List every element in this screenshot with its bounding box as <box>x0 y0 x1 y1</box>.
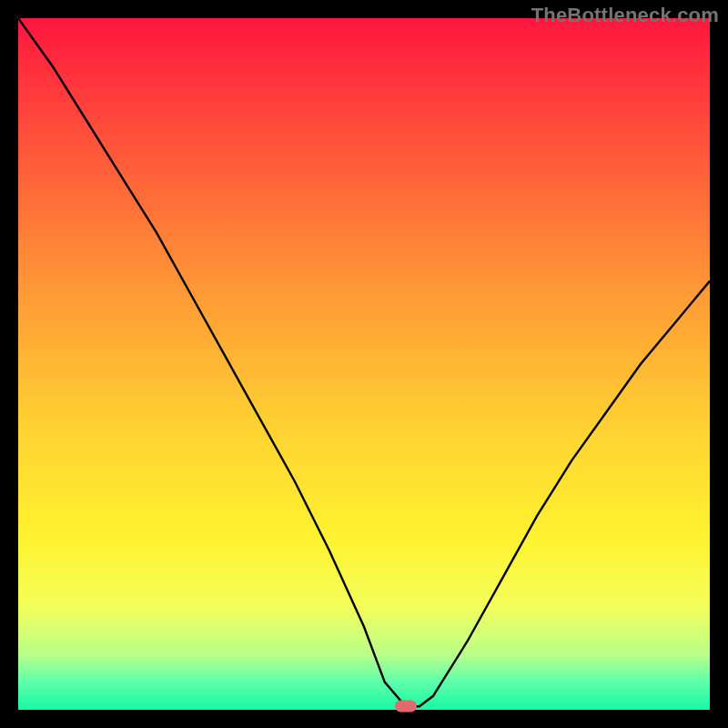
optimum-marker <box>395 701 417 713</box>
chart-frame: TheBottleneck.com <box>0 0 728 728</box>
plot-area <box>18 18 710 710</box>
watermark-text: TheBottleneck.com <box>531 4 719 27</box>
bottleneck-curve <box>18 18 710 710</box>
